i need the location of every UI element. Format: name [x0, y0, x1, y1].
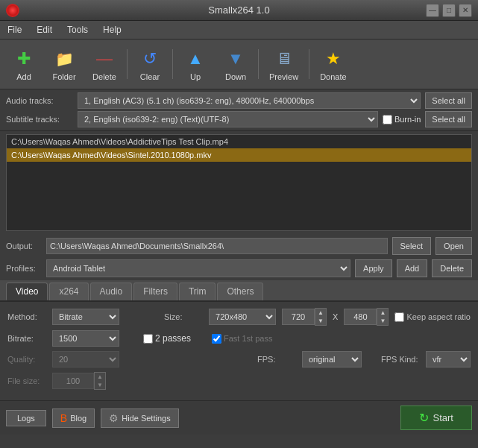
app-title: Smallx264 1.0 [208, 4, 269, 16]
preview-icon: 🖥 [272, 47, 296, 71]
bitrate-label: Bitrate: [7, 334, 46, 343]
width-up-btn[interactable]: ▲ [315, 309, 326, 317]
tabs-bar: Video x264 Audio Filters Trim Others [0, 280, 478, 302]
select-button[interactable]: Select [392, 237, 432, 255]
audio-track-label: Audio tracks: [6, 96, 73, 105]
file-item[interactable]: C:\Users\Waqas Ahmed\Videos\Sintel.2010.… [7, 148, 471, 162]
down-icon: ▼ [224, 47, 248, 71]
burn-in-checkbox[interactable] [383, 115, 392, 124]
menu-edit[interactable]: Edit [34, 23, 55, 37]
fps-kind-select[interactable]: vfr [426, 351, 471, 367]
filesize-spinner: ▲ ▼ [52, 372, 106, 390]
passes-checkbox[interactable] [143, 334, 153, 344]
add-button[interactable]: ✚ Add [6, 44, 42, 84]
toolbar-divider [127, 49, 128, 79]
menu-bar: File Edit Tools Help [0, 21, 478, 40]
fast-pass-checkbox[interactable] [212, 334, 221, 344]
folder-label: Folder [52, 72, 75, 81]
add-profile-button[interactable]: Add [397, 259, 428, 277]
subtitle-track-select[interactable]: 2, English (iso639-2: eng) (Text)(UTF-8) [78, 111, 378, 127]
toolbar-divider4 [309, 49, 309, 79]
output-label: Output: [6, 242, 42, 250]
folder-button[interactable]: 📁 Folder [46, 44, 82, 84]
height-spinner-btns: ▲ ▼ [377, 308, 389, 326]
settings-button[interactable]: ⚙ Hide Settings [101, 408, 178, 428]
delete-profile-button[interactable]: Delete [432, 259, 472, 277]
settings-label: Hide Settings [122, 414, 170, 423]
method-size-row: Method: Bitrate Size: 720x480 ▲ ▼ X ▲ ▼ … [7, 308, 471, 326]
add-icon: ✚ [12, 47, 36, 71]
audio-track-select[interactable]: 1, English (AC3) (5.1 ch) (iso639-2: eng… [78, 92, 421, 109]
menu-tools[interactable]: Tools [64, 23, 91, 37]
width-spinner: ▲ ▼ [282, 308, 327, 326]
blog-button[interactable]: B Blog [52, 408, 95, 428]
maximize-button[interactable]: □ [442, 4, 456, 17]
file-item[interactable]: C:\Users\Waqas Ahmed\Videos\AddictiveTip… [7, 135, 471, 148]
tab-others[interactable]: Others [217, 283, 263, 300]
delete-icon: — [92, 47, 116, 71]
width-spinner-btns: ▲ ▼ [315, 308, 327, 326]
height-input[interactable] [344, 309, 377, 325]
profiles-select[interactable]: Android Tablet [46, 259, 350, 277]
passes-label: 2 passes [155, 333, 191, 344]
add-label: Add [16, 72, 31, 81]
bitrate-row: Bitrate: 1500 2 passes Fast 1st pass [7, 330, 471, 347]
close-button[interactable]: ✕ [459, 4, 472, 17]
donate-icon: ★ [321, 47, 345, 71]
bitrate-select[interactable]: 1500 [52, 330, 119, 347]
subtitle-track-row: Subtitle tracks: 2, English (iso639-2: e… [6, 111, 472, 127]
menu-help[interactable]: Help [100, 23, 125, 37]
height-up-btn[interactable]: ▲ [377, 309, 388, 317]
up-button[interactable]: ▲ Up [177, 44, 213, 84]
start-icon: ↻ [419, 411, 429, 425]
burn-in-label: Burn-in [394, 115, 421, 124]
output-input[interactable] [46, 238, 388, 254]
fast-pass-wrap: Fast 1st pass [212, 334, 272, 344]
video-panel: Method: Bitrate Size: 720x480 ▲ ▼ X ▲ ▼ … [0, 302, 478, 400]
quality-label: Quality: [7, 355, 46, 364]
down-button[interactable]: ▼ Down [218, 44, 254, 84]
tab-x264[interactable]: x264 [49, 283, 88, 300]
open-button[interactable]: Open [435, 237, 472, 255]
passes-wrap: 2 passes [143, 333, 191, 344]
delete-label: Delete [92, 72, 116, 81]
quality-fps-row: Quality: 20 FPS: original FPS Kind: vfr [7, 351, 471, 367]
width-input[interactable] [282, 309, 315, 325]
size-select[interactable]: 720x480 [209, 309, 276, 325]
toolbar: ✚ Add 📁 Folder — Delete ↺ Clear ▲ Up ▼ D… [0, 40, 478, 89]
quality-select: 20 [52, 351, 119, 367]
toolbar-divider3 [258, 49, 259, 79]
tab-trim[interactable]: Trim [179, 283, 216, 300]
profiles-row: Profiles: Android Tablet Apply Add Delet… [0, 258, 478, 280]
preview-button[interactable]: 🖥 Preview [263, 44, 304, 84]
tab-filters[interactable]: Filters [133, 283, 177, 300]
filesize-row: File size: ▲ ▼ [7, 372, 471, 390]
app-logo [6, 4, 19, 17]
clear-button[interactable]: ↺ Clear [132, 44, 168, 84]
filesize-down-btn: ▼ [95, 381, 105, 389]
start-button[interactable]: ↻ Start [400, 406, 472, 430]
delete-button[interactable]: — Delete [87, 44, 122, 84]
width-down-btn[interactable]: ▼ [315, 317, 326, 325]
audio-select-all-button[interactable]: Select all [425, 92, 472, 109]
height-spinner: ▲ ▼ [344, 308, 389, 326]
bottom-bar: Logs B Blog ⚙ Hide Settings ↻ Start [0, 400, 478, 435]
fps-select[interactable]: original [302, 351, 362, 367]
up-label: Up [190, 72, 201, 81]
keep-aspect-checkbox[interactable] [394, 312, 404, 322]
method-select[interactable]: Bitrate [52, 309, 119, 325]
height-down-btn[interactable]: ▼ [377, 317, 388, 325]
fast-pass-label: Fast 1st pass [224, 334, 272, 343]
start-label: Start [433, 412, 453, 423]
tab-video[interactable]: Video [6, 283, 48, 300]
minimize-button[interactable]: — [426, 4, 439, 17]
logs-button[interactable]: Logs [6, 410, 46, 426]
donate-button[interactable]: ★ Donate [314, 44, 352, 84]
subtitle-select-all-button[interactable]: Select all [425, 111, 472, 127]
tab-audio[interactable]: Audio [90, 283, 133, 300]
preview-label: Preview [269, 72, 298, 81]
donate-label: Donate [320, 72, 346, 81]
blog-label: Blog [70, 414, 87, 423]
apply-button[interactable]: Apply [355, 259, 392, 277]
menu-file[interactable]: File [4, 23, 25, 37]
